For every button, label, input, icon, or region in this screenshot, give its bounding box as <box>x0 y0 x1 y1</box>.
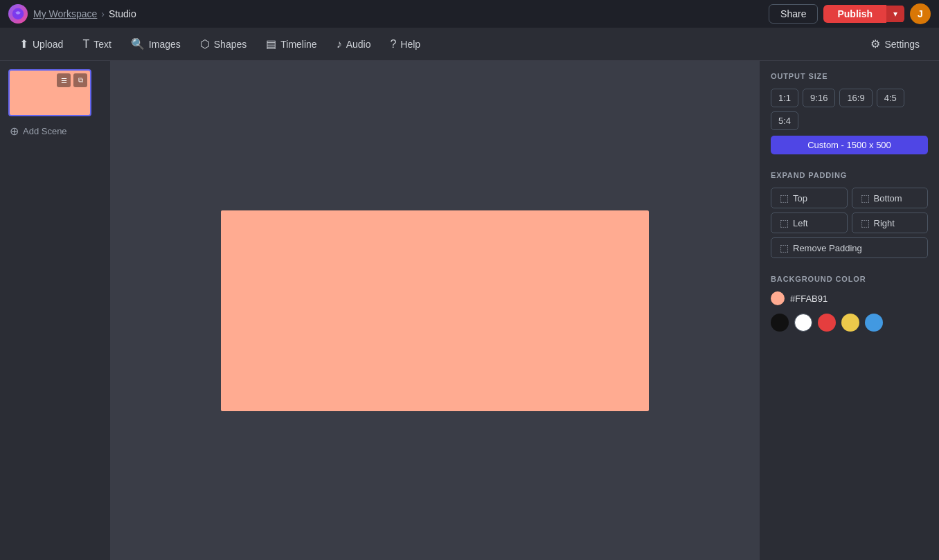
timeline-label: Timeline <box>280 39 316 50</box>
settings-button[interactable]: ⚙ Settings <box>862 33 928 55</box>
audio-icon: ♪ <box>337 38 342 51</box>
publish-dropdown-button[interactable]: ▾ <box>886 6 904 22</box>
upload-label: Upload <box>33 39 63 50</box>
remove-padding-label: Remove Padding <box>793 243 862 253</box>
color-white[interactable] <box>794 314 812 332</box>
breadcrumb-separator: › <box>101 8 105 19</box>
right-panel: OUTPUT SIZE 1:1 9:16 16:9 4:5 5:4 Custom… <box>759 61 939 560</box>
publish-group: Publish ▾ <box>823 5 904 23</box>
upload-icon: ⬆ <box>19 37 28 51</box>
images-label: Images <box>149 39 181 50</box>
audio-label: Audio <box>346 39 371 50</box>
background-color-section: BACKGROUND COLOR #FFAB91 <box>771 275 928 332</box>
color-yellow[interactable] <box>841 314 859 332</box>
main-content: ☰ ⧉ ⊕ Add Scene OUTPUT SIZE 1:1 9:16 16:… <box>0 61 939 560</box>
add-scene-button[interactable]: ⊕ Add Scene <box>8 122 102 141</box>
publish-button[interactable]: Publish <box>823 5 886 23</box>
scene-menu-icon[interactable]: ☰ <box>57 73 71 87</box>
toolbar: ⬆ Upload T Text 🔍 Images ⬡ Shapes ▤ Time… <box>0 28 939 61</box>
size-4-5-button[interactable]: 4:5 <box>877 89 904 107</box>
remove-padding-button[interactable]: ⬚ Remove Padding <box>771 237 928 258</box>
nav-left: My Workspace › Studio <box>8 4 136 24</box>
top-label: Top <box>793 193 807 204</box>
size-16-9-button[interactable]: 16:9 <box>839 89 872 107</box>
remove-padding-icon: ⬚ <box>780 242 789 253</box>
help-icon: ? <box>390 38 396 51</box>
output-size-section: OUTPUT SIZE 1:1 9:16 16:9 4:5 5:4 Custom… <box>771 72 928 154</box>
upload-tool-button[interactable]: ⬆ Upload <box>11 33 71 55</box>
workspace-avatar <box>8 4 28 24</box>
scene-thumb-actions: ☰ ⧉ <box>57 73 87 87</box>
bg-color-swatch[interactable] <box>771 291 785 305</box>
help-tool-button[interactable]: ? Help <box>382 34 429 55</box>
padding-row-left-right: ⬚ Left ⬚ Right <box>771 213 928 233</box>
size-9-16-button[interactable]: 9:16 <box>803 89 835 107</box>
timeline-icon: ▤ <box>266 37 276 51</box>
color-red[interactable] <box>818 314 836 332</box>
output-size-title: OUTPUT SIZE <box>771 72 928 80</box>
add-scene-label: Add Scene <box>23 126 67 136</box>
bottom-padding-button[interactable]: ⬚ Bottom <box>852 188 929 208</box>
scene-copy-icon[interactable]: ⧉ <box>73 73 87 87</box>
padding-grid: ⬚ Top ⬚ Bottom ⬚ Left ⬚ Right <box>771 188 928 258</box>
shapes-tool-button[interactable]: ⬡ Shapes <box>192 33 255 55</box>
nav-right: Share Publish ▾ J <box>769 3 931 24</box>
expand-padding-title: EXPAND PADDING <box>771 171 928 179</box>
top-nav: My Workspace › Studio Share Publish ▾ J <box>0 0 939 28</box>
color-palette <box>771 314 928 332</box>
canvas-area[interactable] <box>111 61 759 560</box>
bg-color-hex-value: #FFAB91 <box>790 293 828 304</box>
size-buttons: 1:1 9:16 16:9 4:5 5:4 <box>771 89 928 130</box>
text-label: Text <box>93 39 111 50</box>
top-padding-button[interactable]: ⬚ Top <box>771 188 848 208</box>
user-avatar[interactable]: J <box>910 3 931 24</box>
left-panel: ☰ ⧉ ⊕ Add Scene <box>0 61 111 560</box>
scene-thumbnail[interactable]: ☰ ⧉ <box>8 69 91 116</box>
workspace-link[interactable]: My Workspace <box>33 8 97 19</box>
left-padding-icon: ⬚ <box>780 217 789 228</box>
images-icon: 🔍 <box>131 37 145 51</box>
bg-color-row: #FFAB91 <box>771 291 928 305</box>
shapes-icon: ⬡ <box>200 37 210 51</box>
audio-tool-button[interactable]: ♪ Audio <box>328 34 379 55</box>
share-button[interactable]: Share <box>769 4 818 24</box>
images-tool-button[interactable]: 🔍 Images <box>123 33 189 55</box>
shapes-label: Shapes <box>214 39 247 50</box>
right-padding-icon: ⬚ <box>861 217 870 228</box>
canvas[interactable] <box>221 210 649 411</box>
size-5-4-button[interactable]: 5:4 <box>771 111 798 130</box>
right-label: Right <box>874 218 895 228</box>
breadcrumb: My Workspace › Studio <box>33 8 136 19</box>
add-icon: ⊕ <box>10 125 19 138</box>
bottom-padding-icon: ⬚ <box>861 192 870 204</box>
expand-padding-section: EXPAND PADDING ⬚ Top ⬚ Bottom ⬚ Left <box>771 171 928 258</box>
top-padding-icon: ⬚ <box>780 192 789 204</box>
bg-color-title: BACKGROUND COLOR <box>771 275 928 283</box>
padding-row-top-bottom: ⬚ Top ⬚ Bottom <box>771 188 928 208</box>
settings-icon: ⚙ <box>870 37 880 51</box>
custom-size-button[interactable]: Custom - 1500 x 500 <box>771 136 928 154</box>
size-1-1-button[interactable]: 1:1 <box>771 89 798 107</box>
bottom-label: Bottom <box>874 193 902 204</box>
breadcrumb-current: Studio <box>109 8 136 19</box>
left-label: Left <box>793 218 808 228</box>
text-tool-button[interactable]: T Text <box>74 34 119 55</box>
settings-label: Settings <box>884 39 920 50</box>
right-padding-button[interactable]: ⬚ Right <box>852 213 929 233</box>
timeline-tool-button[interactable]: ▤ Timeline <box>258 33 325 55</box>
color-black[interactable] <box>771 314 789 332</box>
color-blue[interactable] <box>865 314 883 332</box>
left-padding-button[interactable]: ⬚ Left <box>771 213 848 233</box>
help-label: Help <box>400 39 420 50</box>
text-icon: T <box>82 38 89 51</box>
